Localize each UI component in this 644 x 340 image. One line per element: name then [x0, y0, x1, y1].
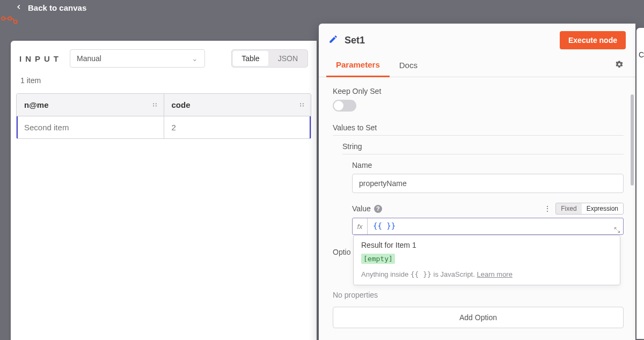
expression-input[interactable]: fx {{ }} — [352, 218, 624, 235]
options-menu-icon[interactable]: ⋮ — [544, 204, 551, 213]
scrollbar[interactable] — [631, 94, 634, 186]
topbar: Back to canvas — [0, 0, 644, 15]
fixed-mode-button[interactable]: Fixed — [556, 203, 581, 214]
result-label: Result for Item 1 — [361, 241, 612, 249]
view-json-button[interactable]: JSON — [269, 51, 306, 66]
output-panel-edge: C — [636, 28, 644, 339]
options-label-partial: Optio — [333, 248, 350, 256]
gear-icon[interactable] — [611, 56, 628, 76]
result-value: [empty] — [361, 254, 395, 264]
chevron-down-icon: ⌄ — [192, 54, 198, 63]
help-icon[interactable]: ? — [374, 205, 382, 213]
edit-icon — [328, 34, 338, 47]
svg-point-1 — [8, 17, 11, 20]
back-label[interactable]: Back to canvas — [28, 3, 86, 12]
col-header-name: n@me ∷ — [17, 94, 164, 116]
node-name: Set1 — [345, 35, 560, 46]
item-count: 1 item — [11, 68, 317, 89]
keep-only-set-toggle[interactable] — [333, 100, 356, 112]
cell-name: Second item — [17, 116, 164, 138]
expression-mode-button[interactable]: Expression — [582, 203, 623, 214]
name-label: Name — [352, 161, 624, 169]
expression-value[interactable]: {{ }} — [368, 218, 611, 234]
input-table: n@me ∷ code ∷ Second item 2 — [16, 93, 311, 139]
back-arrow-icon[interactable] — [15, 3, 23, 12]
col-header-code: code ∷ — [164, 94, 311, 116]
string-section-label: String — [342, 142, 624, 151]
node-panel: Set1 Execute node Parameters Docs Keep O… — [319, 24, 635, 340]
input-mode-select[interactable]: Manual ⌄ — [70, 49, 205, 68]
input-title: INPUT — [19, 54, 64, 63]
drag-handle-icon[interactable]: ∷ — [300, 104, 303, 107]
expand-icon[interactable] — [611, 218, 623, 234]
values-to-set-label: Values to Set — [333, 123, 624, 132]
svg-point-0 — [2, 17, 5, 20]
keep-only-set-label: Keep Only Set — [333, 87, 624, 95]
expression-result-popup: Result for Item 1 [empty] Anything insid… — [353, 235, 620, 285]
cell-code: 2 — [164, 116, 311, 138]
fx-icon: fx — [353, 218, 368, 234]
tab-parameters[interactable]: Parameters — [326, 55, 390, 77]
name-input[interactable] — [352, 174, 624, 193]
input-panel: INPUT Manual ⌄ Table JSON 1 item n@me ∷ … — [11, 41, 317, 340]
logo-icon — [0, 14, 20, 27]
value-label: Value — [352, 204, 371, 213]
svg-point-2 — [14, 20, 17, 24]
js-hint: Anything inside {{ }} is JavaScript. Lea… — [361, 270, 612, 278]
table-row[interactable]: Second item 2 — [17, 116, 311, 138]
view-toggle: Table JSON — [231, 49, 308, 68]
input-mode-value: Manual — [77, 54, 101, 63]
value-mode-toggle: Fixed Expression — [555, 203, 624, 215]
execute-node-button[interactable]: Execute node — [560, 31, 626, 49]
view-table-button[interactable]: Table — [233, 51, 268, 66]
add-option-button[interactable]: Add Option — [333, 307, 624, 328]
tab-docs[interactable]: Docs — [390, 55, 427, 76]
no-properties-label: No properties — [333, 291, 624, 299]
learn-more-link[interactable]: Learn more — [477, 270, 512, 278]
drag-handle-icon[interactable]: ∷ — [153, 104, 156, 107]
